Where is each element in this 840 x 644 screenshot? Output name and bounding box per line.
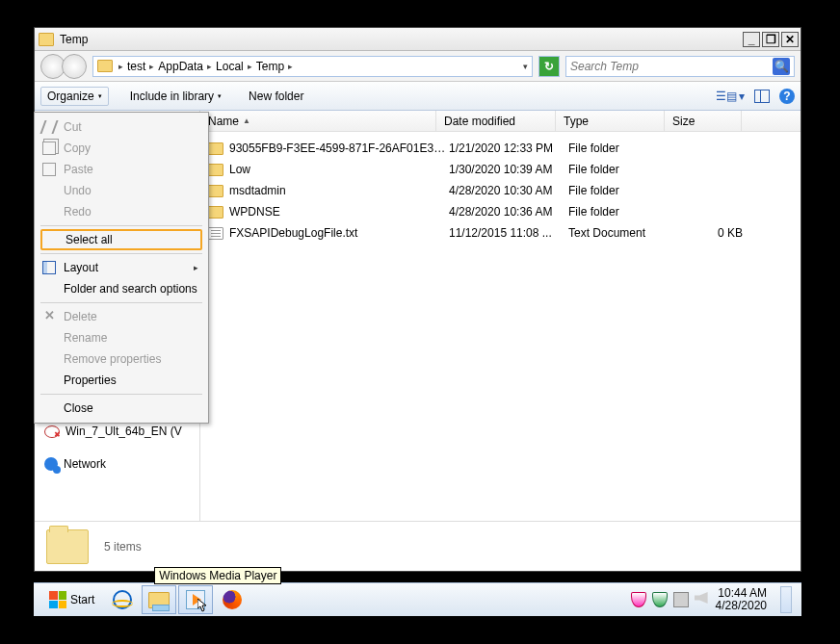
wmp-icon xyxy=(186,590,205,609)
windows-logo-icon xyxy=(49,591,66,608)
file-row[interactable]: WPDNSE4/28/2020 10:36 AMFile folder xyxy=(200,201,801,222)
preview-pane-button[interactable] xyxy=(754,90,770,103)
folder-icon xyxy=(208,206,223,219)
file-name: Low xyxy=(229,163,449,176)
menu-copy: Copy xyxy=(37,138,206,159)
menu-close[interactable]: Close xyxy=(37,398,206,419)
menu-undo: Undo xyxy=(37,180,206,201)
menu-properties[interactable]: Properties xyxy=(37,370,206,391)
view-button[interactable]: ☰▤ ▾ xyxy=(716,90,745,103)
window-title: Temp xyxy=(60,33,743,46)
tree-item-network[interactable]: Network xyxy=(44,455,194,473)
column-name[interactable]: Name▲ xyxy=(200,111,436,131)
folder-icon xyxy=(46,529,89,564)
folder-icon xyxy=(208,185,223,197)
address-bar: ▸ test ▸ AppData ▸ Local ▸ Temp ▸ ▾ ↻ 🔍 xyxy=(35,51,801,82)
minimize-button[interactable]: _ xyxy=(743,32,760,47)
taskbar-wmp[interactable]: Windows Media Player xyxy=(178,585,213,614)
firefox-icon xyxy=(223,590,242,609)
menu-rename: Rename xyxy=(37,327,206,348)
refresh-button[interactable]: ↻ xyxy=(538,56,560,77)
submenu-arrow-icon: ▸ xyxy=(194,263,198,272)
organize-button[interactable]: Organize ▾ xyxy=(40,87,109,106)
file-date: 11/12/2015 11:08 ... xyxy=(449,226,568,240)
taskbar-ie[interactable] xyxy=(105,585,140,614)
search-input[interactable] xyxy=(570,60,773,73)
crumb-temp[interactable]: Temp xyxy=(254,60,286,73)
explorer-icon xyxy=(148,592,170,608)
start-button[interactable]: Start xyxy=(39,588,104,611)
folder-icon xyxy=(208,142,223,155)
ie-icon xyxy=(113,590,132,609)
new-folder-button[interactable]: New folder xyxy=(243,88,309,105)
menu-remove-properties: Remove properties xyxy=(37,348,206,370)
column-size[interactable]: Size xyxy=(665,111,742,131)
file-list: Name▲ Date modified Type Size 93055FB9-F… xyxy=(200,111,801,521)
folder-icon xyxy=(208,164,223,176)
file-size: 0 KB xyxy=(677,226,754,240)
file-type: Text Document xyxy=(568,226,677,240)
column-date[interactable]: Date modified xyxy=(436,111,556,131)
menu-redo: Redo xyxy=(37,201,206,222)
toolbar: Organize ▾ Include in library ▾ New fold… xyxy=(35,82,801,111)
menu-paste: Paste xyxy=(37,159,206,180)
search-box[interactable]: 🔍 xyxy=(565,56,795,77)
file-name: WPDNSE xyxy=(229,205,449,219)
help-button[interactable]: ? xyxy=(779,89,795,104)
show-desktop-button[interactable] xyxy=(780,586,792,613)
taskbar-explorer[interactable] xyxy=(142,585,176,614)
security-icon[interactable] xyxy=(652,592,668,607)
file-row[interactable]: Low1/30/2020 10:39 AMFile folder xyxy=(200,159,801,180)
wmp-tooltip: Windows Media Player xyxy=(154,567,281,584)
menu-delete: ✕Delete xyxy=(37,306,206,327)
taskbar-firefox[interactable] xyxy=(215,585,249,614)
file-date: 4/28/2020 10:36 AM xyxy=(449,205,568,219)
crumb-local[interactable]: Local xyxy=(214,60,246,73)
file-date: 1/21/2020 12:33 PM xyxy=(449,142,568,155)
menu-cut: Cut xyxy=(37,116,206,138)
action-center-icon[interactable] xyxy=(631,592,646,607)
text-file-icon xyxy=(208,227,223,240)
menu-folder-options[interactable]: Folder and search options xyxy=(37,278,206,299)
item-count: 5 items xyxy=(104,540,142,554)
organize-menu: Cut Copy Paste Undo Redo Select all Layo… xyxy=(34,112,209,424)
column-headers: Name▲ Date modified Type Size xyxy=(200,111,801,132)
crumb-appdata[interactable]: AppData xyxy=(156,60,205,73)
tree-item-dvd[interactable]: Win_7_Ult_64b_EN (V xyxy=(44,423,194,440)
close-button[interactable]: ✕ xyxy=(781,32,799,47)
volume-icon[interactable] xyxy=(695,592,708,604)
file-row[interactable]: msdtadmin4/28/2020 10:30 AMFile folder xyxy=(200,180,801,201)
sort-asc-icon: ▲ xyxy=(243,116,250,125)
file-date: 4/28/2020 10:30 AM xyxy=(449,184,568,197)
file-type: File folder xyxy=(568,163,677,176)
details-pane: 5 items xyxy=(35,521,801,571)
file-type: File folder xyxy=(568,142,677,155)
system-tray: 10:44 AM 4/28/2020 xyxy=(631,586,796,613)
file-type: File folder xyxy=(568,205,677,219)
file-date: 1/30/2020 10:39 AM xyxy=(449,163,568,176)
taskbar: Start Windows Media Player 10:44 AM 4/28… xyxy=(34,582,801,616)
forward-button[interactable] xyxy=(62,54,87,79)
file-name: FXSAPIDebugLogFile.txt xyxy=(229,226,449,240)
maximize-button[interactable]: ❐ xyxy=(762,32,779,47)
file-name: 93055FB9-F3EE-4599-871F-26AF01E39EE8 xyxy=(229,142,449,155)
search-icon[interactable]: 🔍 xyxy=(773,58,790,75)
clock[interactable]: 10:44 AM 4/28/2020 xyxy=(716,587,767,612)
title-bar: Temp _ ❐ ✕ xyxy=(35,28,801,51)
file-row[interactable]: 93055FB9-F3EE-4599-871F-26AF01E39EE81/21… xyxy=(200,138,801,159)
network-icon xyxy=(44,457,58,471)
folder-icon xyxy=(97,60,113,72)
dvd-drive-icon xyxy=(44,425,60,438)
crumb-test[interactable]: test xyxy=(125,60,147,73)
menu-select-all[interactable]: Select all xyxy=(40,229,202,250)
network-tray-icon[interactable] xyxy=(673,592,689,607)
breadcrumb[interactable]: ▸ test ▸ AppData ▸ Local ▸ Temp ▸ ▾ xyxy=(92,56,533,77)
column-type[interactable]: Type xyxy=(556,111,665,131)
menu-layout[interactable]: Layout▸ xyxy=(37,257,206,278)
address-dropdown-icon[interactable]: ▾ xyxy=(523,62,528,71)
include-in-library-button[interactable]: Include in library ▾ xyxy=(124,88,227,105)
file-type: File folder xyxy=(568,184,677,197)
file-name: msdtadmin xyxy=(229,184,449,197)
file-row[interactable]: FXSAPIDebugLogFile.txt11/12/2015 11:08 .… xyxy=(200,222,801,244)
folder-icon xyxy=(39,33,54,46)
